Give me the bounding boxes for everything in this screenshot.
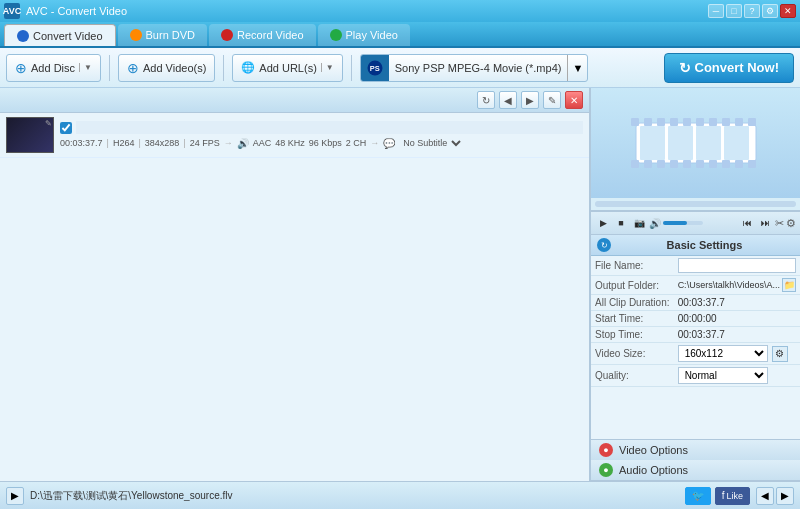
add-disc-button[interactable]: ⊕ Add Disc ▼ — [6, 54, 101, 82]
settings-header: ↻ Basic Settings — [591, 235, 800, 256]
add-disc-dropdown[interactable]: ▼ — [79, 63, 92, 72]
app-logo: AVC — [4, 3, 20, 19]
remove-file-button[interactable]: ✕ — [565, 91, 583, 109]
twitter-button[interactable]: 🐦 — [685, 487, 711, 505]
refresh-list-button[interactable]: ↻ — [477, 91, 495, 109]
left-panel: ↻ ◀ ▶ ✎ ✕ ✎ 00:03:37.7 | H264 | — [0, 88, 590, 481]
start-time-value: 00:00:00 — [674, 311, 800, 327]
playstation-icon: PS — [361, 54, 389, 82]
settings-button[interactable]: ⚙ — [762, 4, 778, 18]
svg-rect-12 — [748, 118, 756, 126]
settings-spacer — [591, 387, 800, 439]
video-size-container: 160x112 ⚙ — [678, 345, 796, 362]
record-tab-icon — [221, 29, 233, 41]
add-video-button[interactable]: ⊕ Add Video(s) — [118, 54, 215, 82]
edit-thumbnail-icon[interactable]: ✎ — [45, 119, 52, 128]
arrow-right-button[interactable]: ▶ — [521, 91, 539, 109]
svg-rect-11 — [735, 118, 743, 126]
tab-burn-label: Burn DVD — [146, 29, 196, 41]
facebook-icon: f — [722, 490, 725, 501]
status-play-button[interactable]: ▶ — [6, 487, 24, 505]
seek-bar[interactable] — [595, 201, 796, 207]
file-thumbnail: ✎ — [6, 117, 54, 153]
stop-button[interactable]: ■ — [613, 215, 629, 231]
volume-fill — [663, 221, 687, 225]
nav-prev-button[interactable]: ◀ — [756, 487, 774, 505]
add-url-dropdown[interactable]: ▼ — [321, 63, 334, 72]
duration-meta: 00:03:37.7 — [60, 138, 103, 148]
setting-all-clip-duration: All Clip Duration: 00:03:37.7 — [591, 295, 800, 311]
file-item: ✎ 00:03:37.7 | H264 | 384x288 | 24 FPS →… — [0, 113, 589, 158]
format-dropdown-arrow[interactable]: ▼ — [567, 55, 587, 81]
tab-convert-label: Convert Video — [33, 30, 103, 42]
video-size-settings-button[interactable]: ⚙ — [772, 346, 788, 362]
player-controls: ▶ ■ 📷 🔊 ⏮ ⏭ ✂ ⚙ — [591, 211, 800, 235]
tab-convert[interactable]: Convert Video — [4, 24, 116, 46]
file-checkbox[interactable] — [60, 122, 72, 134]
svg-rect-24 — [668, 126, 693, 160]
minimize-button[interactable]: ─ — [708, 4, 724, 18]
title-bar: AVC AVC - Convert Video ─ □ ? ⚙ ✕ — [0, 0, 800, 22]
subtitle-select[interactable]: No Subtitle — [399, 137, 464, 149]
convert-button[interactable]: ↻ Convert Now! — [664, 53, 795, 83]
setting-quality: Quality: Normal — [591, 365, 800, 387]
convert-label: Convert Now! — [695, 60, 780, 75]
setting-stop-time: Stop Time: 00:03:37.7 — [591, 327, 800, 343]
burn-tab-icon — [130, 29, 142, 41]
close-button[interactable]: ✕ — [780, 4, 796, 18]
setting-start-time: Start Time: 00:00:00 — [591, 311, 800, 327]
add-disc-icon: ⊕ — [15, 60, 27, 76]
tab-record[interactable]: Record Video — [209, 24, 315, 46]
setting-file-name: File Name: — [591, 256, 800, 276]
resolution-meta: 384x288 — [145, 138, 180, 148]
stop-time-label: Stop Time: — [591, 327, 674, 343]
fast-forward-button[interactable]: ⏭ — [757, 215, 773, 231]
maximize-button[interactable]: □ — [726, 4, 742, 18]
svg-rect-10 — [722, 118, 730, 126]
add-video-label: Add Video(s) — [143, 62, 206, 74]
settings-player-icon[interactable]: ⚙ — [786, 217, 796, 230]
file-list-header: ↻ ◀ ▶ ✎ ✕ — [0, 88, 589, 113]
audio-options-button[interactable]: ● Audio Options — [591, 460, 800, 481]
tabs-bar: Convert Video Burn DVD Record Video Play… — [0, 22, 800, 48]
codec-meta: H264 — [113, 138, 135, 148]
add-url-icon: 🌐 — [241, 61, 255, 74]
file-name-label: File Name: — [591, 256, 674, 276]
arrow-left-button[interactable]: ◀ — [499, 91, 517, 109]
svg-rect-21 — [735, 160, 743, 168]
audio-options-icon: ● — [599, 463, 613, 477]
svg-rect-7 — [683, 118, 691, 126]
snapshot-button[interactable]: 📷 — [631, 215, 647, 231]
audio-icon: 🔊 — [237, 138, 249, 149]
file-meta: 00:03:37.7 | H264 | 384x288 | 24 FPS → 🔊… — [60, 137, 583, 149]
file-name-field[interactable] — [678, 258, 796, 273]
rewind-button[interactable]: ⏮ — [739, 215, 755, 231]
audio-bitrate-meta: 96 Kbps — [309, 138, 342, 148]
svg-rect-22 — [748, 160, 756, 168]
tab-play[interactable]: Play Video — [318, 24, 410, 46]
video-options-button[interactable]: ● Video Options — [591, 439, 800, 460]
svg-rect-25 — [696, 126, 721, 160]
nav-next-button[interactable]: ▶ — [776, 487, 794, 505]
format-selector[interactable]: PS Sony PSP MPEG-4 Movie (*.mp4) ▼ — [360, 54, 589, 82]
tab-burn[interactable]: Burn DVD — [118, 24, 208, 46]
app-title: AVC - Convert Video — [26, 5, 127, 17]
facebook-button[interactable]: f Like — [715, 487, 750, 505]
divider-3 — [351, 55, 352, 81]
file-name-input[interactable] — [76, 121, 583, 134]
video-size-label: Video Size: — [591, 343, 674, 365]
browse-folder-button[interactable]: 📁 — [782, 278, 796, 292]
video-size-select[interactable]: 160x112 — [678, 345, 768, 362]
cut-icon[interactable]: ✂ — [775, 217, 784, 230]
fps-meta: 24 FPS — [190, 138, 220, 148]
help-button[interactable]: ? — [744, 4, 760, 18]
svg-rect-18 — [696, 160, 704, 168]
edit-button[interactable]: ✎ — [543, 91, 561, 109]
add-url-button[interactable]: 🌐 Add URL(s) ▼ — [232, 54, 342, 82]
volume-slider[interactable] — [663, 221, 703, 225]
setting-video-size: Video Size: 160x112 ⚙ — [591, 343, 800, 365]
quality-select[interactable]: Normal — [678, 367, 768, 384]
play-button[interactable]: ▶ — [595, 215, 611, 231]
social-buttons: 🐦 f Like — [685, 487, 750, 505]
stop-time-value: 00:03:37.7 — [674, 327, 800, 343]
